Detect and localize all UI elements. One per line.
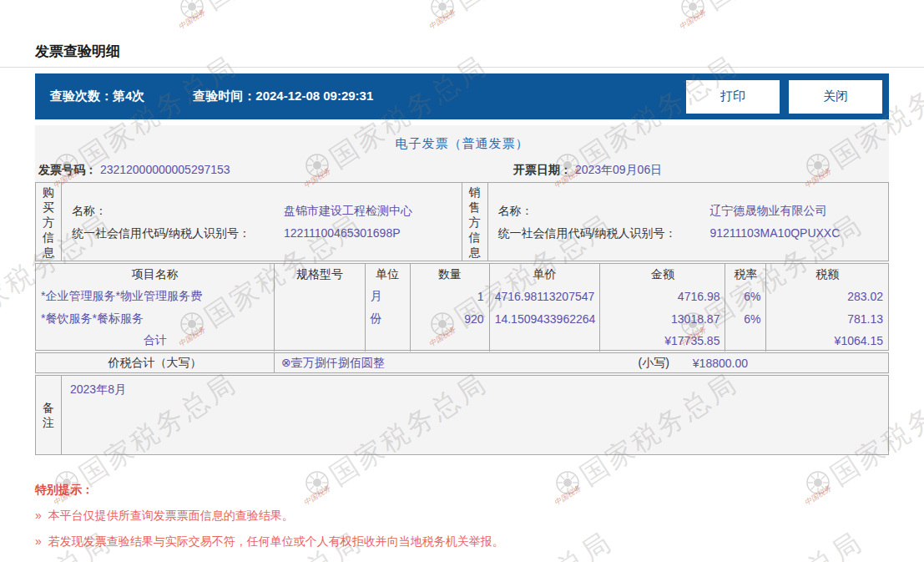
item-name: *餐饮服务*餐标服务 [36, 307, 275, 330]
grand-total-figures-group: (小写) ¥18800.00 [638, 356, 748, 371]
seller-side-label-text: 销售方信息 [468, 185, 481, 260]
invoice-date: 开票日期： 2023年09月06日 [513, 163, 662, 178]
buyer-taxid-value: 12211100465301698P [284, 226, 401, 240]
col-price: 单价 [489, 264, 600, 285]
total-unit-empty [365, 330, 410, 352]
table-row: *企业管理服务*物业管理服务费 月 1 4716.98113207547 471… [36, 285, 888, 307]
col-spec: 规格型号 [275, 264, 365, 285]
watermark-tile: 中国税务国家税务总局 [430, 0, 680, 71]
remark-side-label-text: 备注 [43, 400, 55, 430]
col-tax-rate: 税率 [725, 264, 766, 285]
seller-name-label: 名称： [498, 200, 707, 222]
invoice-verification-page: 发票查验明细 查验次数：第4次 查验时间：2024-12-08 09:29:31… [0, 0, 924, 562]
notice-line: »若发现发票查验结果与实际交易不符，任何单位或个人有权拒收并向当地税务机关举报。 [35, 534, 504, 549]
tax-emblem-icon [805, 470, 831, 499]
total-spec-empty [275, 330, 365, 352]
total-amount: ¥17735.85 [600, 330, 725, 352]
watermark-tile: 中国税务国家税务总局 [680, 539, 924, 562]
watermark-stamp-text: 中国税务 [677, 7, 708, 33]
seller-taxid-value: 91211103MA10QPUXXC [709, 226, 840, 240]
page-title: 发票查验明细 [35, 42, 120, 61]
watermark-text: 国家税务总局 [699, 0, 871, 18]
grand-total-body: ⊗壹万捌仟捌佰圆整 (小写) ¥18800.00 [275, 356, 888, 371]
buyer-info-box: 购买方信息 名称： 盘锦市建设工程检测中心 统一社会信用代码/纳税人识别号： 1… [35, 182, 462, 261]
seller-taxid-line: 统一社会信用代码/纳税人识别号： 91211103MA10QPUXXC [498, 222, 889, 245]
verification-header-bar: 查验次数：第4次 查验时间：2024-12-08 09:29:31 打印 关闭 [35, 73, 889, 119]
col-amount: 金额 [600, 264, 725, 285]
buyer-details: 名称： 盘锦市建设工程检测中心 统一社会信用代码/纳税人识别号： 1221110… [62, 183, 462, 261]
buyer-name-value: 盘锦市建设工程检测中心 [284, 204, 412, 217]
watermark-text: 国家税务总局 [699, 524, 871, 562]
col-qty: 数量 [410, 264, 489, 285]
invoice-date-value: 2023年09月06日 [575, 163, 662, 176]
watermark-tile: 中国税务国家税务总局 [680, 0, 924, 71]
col-unit: 单位 [365, 264, 410, 285]
watermark-stamp-text: 中国税务 [552, 483, 583, 509]
item-unit: 月 [365, 285, 410, 307]
buyer-taxid-line: 统一社会信用代码/纳税人识别号： 12211100465301698P [72, 222, 462, 245]
item-tax-rate: 6% [725, 285, 766, 307]
col-tax: 税额 [766, 264, 888, 285]
seller-name-line: 名称： 辽宁德晟物业有限公司 [498, 200, 889, 222]
item-unit: 份 [365, 307, 410, 330]
notice-bullet: » [35, 509, 42, 522]
total-label: 合计 [36, 330, 275, 352]
total-price-empty [489, 330, 600, 352]
watermark-stamp-text: 中国税务 [176, 7, 207, 33]
grand-total-small-label: (小写) [638, 356, 669, 371]
seller-name-value: 辽宁德晟物业有限公司 [709, 204, 826, 217]
watermark-text: 国家税务总局 [448, 0, 620, 18]
notice-bullet: » [35, 534, 42, 548]
item-price: 4716.98113207547 [489, 285, 600, 307]
tax-emblem-icon [680, 0, 705, 23]
item-spec [275, 307, 365, 330]
buyer-name-label: 名称： [72, 200, 280, 222]
check-time-value: 2024-12-08 09:29:31 [255, 89, 373, 103]
seller-taxid-label: 统一社会信用代码/纳税人识别号： [498, 222, 707, 245]
invoice-panel: 电子发票（普通发票） 发票号码： 23212000000005297153 开票… [35, 125, 889, 455]
tax-emblem-icon [555, 470, 580, 499]
col-item-name: 项目名称 [36, 264, 275, 285]
seller-info-box: 销售方信息 名称： 辽宁德晟物业有限公司 统一社会信用代码/纳税人识别号： 91… [462, 182, 890, 261]
watermark-stamp-text: 中国税务 [802, 483, 833, 509]
grand-total-label: 价税合计（大写） [36, 353, 275, 372]
grand-total-figures: ¥18800.00 [693, 357, 748, 370]
buyer-taxid-label: 统一社会信用代码/纳税人识别号： [72, 222, 280, 245]
watermark-stamp-text: 中国税务 [427, 7, 457, 33]
tax-emblem-icon [179, 0, 204, 23]
check-time-label: 查验时间： [193, 89, 255, 103]
items-header-row: 项目名称 规格型号 单位 数量 单价 金额 税率 税额 [36, 264, 888, 285]
grand-total-row: 价税合计（大写） ⊗壹万捌仟捌佰圆整 (小写) ¥18800.00 [35, 352, 889, 373]
print-button[interactable]: 打印 [686, 80, 780, 114]
check-count-value: 第4次 [113, 89, 144, 103]
buyer-side-label-text: 购买方信息 [43, 185, 55, 260]
invoice-type-title: 电子发票（普通发票） [35, 125, 889, 152]
invoice-number: 发票号码： 23212000000005297153 [38, 163, 230, 178]
item-qty: 920 [410, 307, 489, 330]
remark-content: 2023年8月 [62, 376, 888, 454]
table-row: *餐饮服务*餐标服务 份 920 14.1509433962264 13018.… [36, 307, 888, 330]
notice-text: 若发现发票查验结果与实际交易不符，任何单位或个人有权拒收并向当地税务机关举报。 [48, 534, 504, 548]
item-tax: 283.02 [766, 285, 888, 307]
item-amount: 13018.87 [600, 307, 725, 330]
notice-line: »本平台仅提供所查询发票票面信息的查验结果。 [35, 509, 504, 524]
notice-title: 特别提示： [35, 483, 504, 498]
seller-side-label: 销售方信息 [462, 183, 488, 261]
item-name: *企业管理服务*物业管理服务费 [36, 285, 275, 307]
check-count: 查验次数：第4次 [50, 89, 144, 104]
items-total-row: 合计 ¥17735.85 ¥1064.15 [36, 330, 888, 352]
check-time: 查验时间：2024-12-08 09:29:31 [193, 89, 373, 104]
check-count-label: 查验次数： [50, 89, 113, 103]
notice-text: 本平台仅提供所查询发票票面信息的查验结果。 [48, 509, 294, 522]
total-tax: ¥1064.15 [766, 330, 888, 352]
watermark-text: 国家税务总局 [198, 0, 370, 18]
tax-emblem-icon [430, 0, 455, 23]
item-amount: 4716.98 [600, 285, 725, 307]
invoice-date-label: 开票日期： [513, 163, 572, 176]
item-tax-rate: 6% [725, 307, 766, 330]
buyer-name-line: 名称： 盘锦市建设工程检测中心 [72, 200, 462, 222]
buyer-side-label: 购买方信息 [36, 183, 62, 261]
footer-notices: 特别提示： »本平台仅提供所查询发票票面信息的查验结果。 »若发现发票查验结果与… [35, 483, 504, 549]
items-table: 项目名称 规格型号 单位 数量 单价 金额 税率 税额 *企业管理服务*物业管理… [36, 264, 888, 352]
close-button[interactable]: 关闭 [789, 80, 882, 114]
